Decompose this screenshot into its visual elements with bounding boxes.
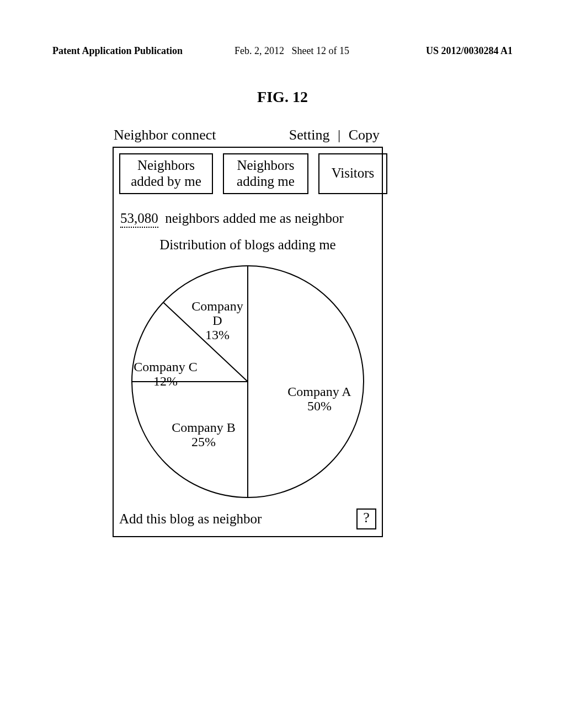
widget-body: Neighbors added by me Neighbors adding m… — [113, 147, 383, 537]
pie-label-company-a: Company A50% — [275, 384, 364, 414]
divider-icon: | — [335, 127, 343, 143]
neighbor-count-line: 53,080 neighbors added me as neighbor — [119, 211, 376, 226]
pie-label-company-b: Company B25% — [159, 420, 248, 449]
figure-title: FIG. 12 — [0, 88, 565, 106]
help-button[interactable]: ? — [356, 508, 376, 529]
neighbor-connect-widget: Neighbor connect Setting | Copy Neighbor… — [113, 127, 383, 537]
widget-title: Neighbor connect — [114, 127, 216, 143]
page-header: Patent Application Publication Feb. 2, 2… — [52, 45, 513, 57]
widget-header: Neighbor connect Setting | Copy — [113, 127, 383, 147]
tab-visitors[interactable]: Visitors — [318, 153, 387, 194]
tab-neighbors-adding-me[interactable]: Neighbors adding me — [223, 153, 308, 194]
date-sheet: Feb. 2, 2012 Sheet 12 of 15 — [234, 45, 349, 57]
setting-link[interactable]: Setting — [287, 127, 332, 143]
tabs-row: Neighbors added by me Neighbors adding m… — [119, 153, 376, 194]
patent-number: US 2012/0030284 A1 — [426, 45, 513, 57]
pie-chart: Company A50% Company B25% Company C12% C… — [126, 260, 369, 503]
publication-label: Patent Application Publication — [52, 45, 183, 56]
distribution-title: Distribution of blogs adding me — [119, 237, 376, 253]
widget-header-links: Setting | Copy — [287, 127, 382, 143]
pie-label-company-c: Company C12% — [124, 360, 207, 389]
neighbor-count-suffix: neighbors added me as neighbor — [165, 211, 344, 226]
publication-date: Feb. 2, 2012 — [234, 45, 284, 56]
neighbor-count-value[interactable]: 53,080 — [120, 211, 158, 228]
copy-link[interactable]: Copy — [347, 127, 382, 143]
tab-neighbors-added-by-me[interactable]: Neighbors added by me — [119, 153, 213, 194]
widget-footer: Add this blog as neighbor ? — [119, 508, 376, 529]
pie-label-company-d: CompanyD13% — [179, 299, 256, 342]
add-neighbor-link[interactable]: Add this blog as neighbor — [119, 511, 262, 527]
sheet-number: Sheet 12 of 15 — [292, 45, 349, 56]
